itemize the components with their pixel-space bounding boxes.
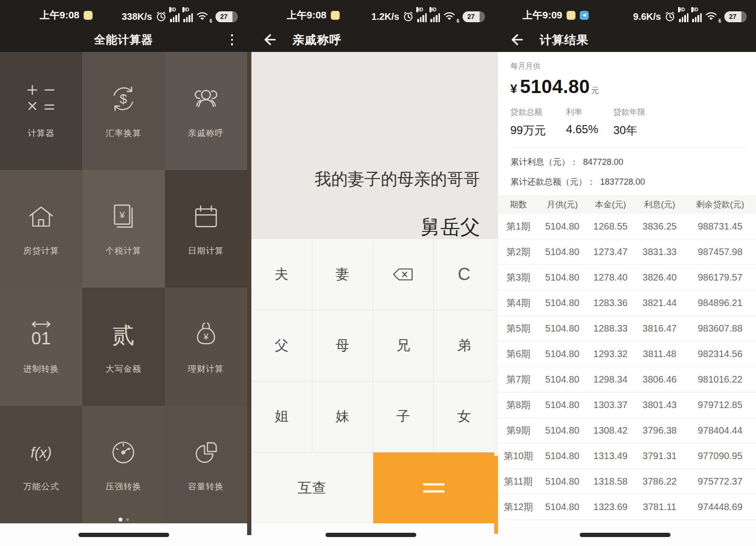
- tile-universal-formula[interactable]: f(x) 万能公式: [0, 406, 82, 524]
- key-younger-brother[interactable]: 弟: [434, 310, 494, 381]
- key-equals[interactable]: [373, 452, 495, 523]
- table-cell: 986179.57: [684, 272, 756, 283]
- relation-keyboard: 夫 妻 C 父 母 兄 弟 姐 妹 子 女 互查: [251, 239, 494, 523]
- table-cell: 3796.38: [635, 425, 684, 436]
- key-elder-brother[interactable]: 兄: [373, 310, 434, 381]
- messenger-app-icon: [580, 11, 589, 20]
- col-header-monthly: 月供(元): [539, 199, 586, 210]
- table-cell: 1318.58: [586, 476, 635, 487]
- table-cell: 977090.95: [684, 451, 756, 461]
- table-cell: 983607.88: [684, 323, 756, 334]
- rate-label: 利率: [566, 107, 613, 118]
- battery-percent: 27: [729, 13, 737, 20]
- tile-label: 大写金额: [105, 363, 141, 375]
- key-mutual-lookup[interactable]: 互查: [251, 452, 373, 523]
- table-cell: 984896.21: [684, 298, 756, 308]
- tile-label: 万能公式: [23, 481, 59, 492]
- relative-titles-screen: 上午9:08 1.2K/s HD HD 6 27 亲戚称呼 我的妻子的母亲的哥哥: [247, 0, 494, 546]
- rate-value: 4.65%: [566, 123, 613, 136]
- loan-total-col: 贷款总额 99万元: [510, 107, 566, 138]
- back-button[interactable]: [508, 32, 524, 48]
- feature-grid: 计算器 $ 汇率换算 亲戚称呼 房贷计算 ¥ 个税计算 日期计算: [0, 52, 247, 523]
- tile-uppercase-amount[interactable]: 贰 大写金额: [82, 288, 164, 406]
- table-row: 第3期5104.801278.403826.40986179.57: [498, 265, 756, 290]
- tile-relative-titles[interactable]: 亲戚称呼: [165, 52, 247, 170]
- total-repayment-value: 1837728.00: [600, 177, 645, 187]
- tile-calculator[interactable]: 计算器: [0, 52, 82, 170]
- equals-icon: [423, 490, 445, 493]
- gesture-nav-strip: [247, 523, 494, 546]
- svg-text:01: 01: [32, 328, 51, 348]
- table-cell: 987457.98: [684, 247, 756, 257]
- backspace-icon: [392, 267, 414, 282]
- battery-icon: 27: [724, 11, 747, 22]
- key-backspace[interactable]: [373, 239, 434, 310]
- key-son[interactable]: 子: [373, 382, 434, 452]
- home-indicator[interactable]: [78, 533, 169, 537]
- key-daughter[interactable]: 女: [434, 382, 494, 452]
- binary-conversion-icon: 01: [26, 319, 57, 350]
- table-row: 第8期5104.801303.373801.43979712.85: [498, 392, 756, 418]
- home-indicator[interactable]: [580, 533, 670, 537]
- home-indicator[interactable]: [326, 533, 416, 537]
- status-bar: 上午9:08 338K/s HD HD 6 27: [0, 0, 247, 27]
- network-speed: 9.6K/s: [633, 11, 661, 22]
- tile-finance-calc[interactable]: ¥ 理财计算: [165, 288, 247, 406]
- alarm-icon: [665, 11, 675, 22]
- tile-label: 汇率换算: [105, 128, 141, 139]
- svg-text:$: $: [120, 92, 128, 106]
- table-row: 第5期5104.801288.333816.47983607.88: [498, 316, 756, 341]
- clock-time: 上午9:08: [40, 9, 79, 22]
- table-cell: 3831.33: [635, 247, 684, 257]
- tile-capacity-conversion[interactable]: 容量转换: [165, 406, 247, 524]
- signal-sim2-icon: HD: [183, 9, 193, 22]
- key-elder-sister[interactable]: 姐: [251, 382, 312, 452]
- table-cell: 第2期: [498, 246, 539, 258]
- monthly-payment-amount: ¥ 5104.80 元: [510, 76, 747, 97]
- capacity-pie-icon: [190, 436, 222, 468]
- relation-input-text: 我的妻子的母亲的哥哥: [315, 168, 480, 190]
- tile-label: 计算器: [28, 128, 55, 139]
- divider: [510, 147, 747, 148]
- wifi-band-badge: 6: [456, 18, 459, 24]
- table-cell: 第5期: [498, 322, 539, 335]
- equals-icon: [423, 483, 445, 486]
- tile-currency-exchange[interactable]: $ 汇率换算: [82, 52, 164, 170]
- page-indicator: [0, 518, 247, 521]
- table-row: 第7期5104.801298.343806.46981016.22: [498, 367, 756, 392]
- tile-label: 亲戚称呼: [188, 128, 224, 139]
- tile-date-calc[interactable]: 日期计算: [165, 170, 247, 288]
- table-cell: 1293.32: [586, 349, 635, 359]
- table-cell: 第9期: [498, 424, 539, 437]
- tile-income-tax[interactable]: ¥ 个税计算: [82, 170, 164, 288]
- page-dot-inactive: [126, 518, 129, 521]
- table-cell: 第1期: [498, 220, 539, 233]
- col-header-period: 期数: [498, 199, 539, 210]
- key-mother[interactable]: 母: [312, 310, 373, 381]
- tile-pressure-conversion[interactable]: 压强转换: [82, 406, 164, 524]
- tile-base-conversion[interactable]: 01 进制转换: [0, 288, 82, 406]
- table-cell: 3791.31: [635, 451, 684, 461]
- table-body[interactable]: 第1期5104.801268.553836.25988731.45第2期5104…: [498, 214, 756, 546]
- table-cell: 5104.80: [539, 451, 586, 461]
- relative-header: 上午9:08 1.2K/s HD HD 6 27 亲戚称呼: [247, 0, 494, 52]
- key-husband[interactable]: 夫: [251, 239, 312, 310]
- table-row: 第12期5104.801323.693781.11974448.69: [498, 495, 756, 520]
- tile-mortgage-calc[interactable]: 房贷计算: [0, 170, 82, 288]
- key-father[interactable]: 父: [251, 310, 312, 381]
- gesture-nav-strip: [0, 523, 247, 546]
- key-clear[interactable]: C: [434, 239, 494, 310]
- calculator-icon: [26, 83, 57, 114]
- key-younger-sister[interactable]: 妹: [312, 382, 373, 452]
- key-wife[interactable]: 妻: [312, 239, 373, 310]
- table-cell: 982314.56: [684, 349, 756, 359]
- col-header-principal: 本金(元): [586, 199, 635, 210]
- table-cell: 3826.40: [635, 272, 684, 283]
- more-menu-button[interactable]: [229, 32, 235, 47]
- monthly-payment-label: 每月月供: [510, 61, 747, 71]
- table-cell: 5104.80: [539, 374, 586, 385]
- back-button[interactable]: [261, 32, 277, 48]
- tile-label: 压强转换: [105, 481, 141, 492]
- previous-screen-edge: [494, 239, 498, 456]
- calendar-icon: [190, 201, 222, 232]
